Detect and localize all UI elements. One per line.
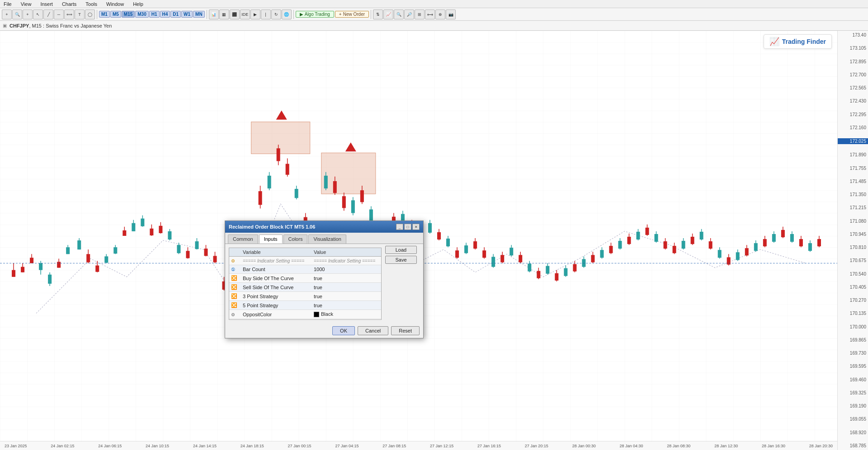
tf-mn[interactable]: MN: [193, 11, 205, 18]
tf-h1[interactable]: H1: [149, 11, 160, 18]
svg-rect-167: [745, 248, 749, 255]
tb-ohlc[interactable]: 📈: [383, 9, 393, 19]
tb-line[interactable]: ╱: [43, 9, 53, 19]
row-value[interactable]: Black: [310, 310, 381, 319]
menu-tools[interactable]: Tools: [84, 1, 99, 7]
tb-channel[interactable]: ⟺: [64, 9, 74, 19]
tf-w1[interactable]: W1: [181, 11, 193, 18]
tb-grid[interactable]: ⊞: [415, 9, 425, 19]
tb-scripts[interactable]: ▶: [250, 9, 260, 19]
dialog-footer: OK Cancel Reset: [225, 323, 423, 338]
tb-new-chart[interactable]: +: [2, 9, 12, 19]
tb-screenshot[interactable]: 📷: [446, 9, 456, 19]
table-row: 🔀Buy Side Of The Curvetrue: [229, 274, 381, 283]
algo-trading-button[interactable]: ▶ Algo Trading: [296, 11, 334, 18]
svg-rect-111: [491, 257, 495, 267]
row-value[interactable]: true: [310, 292, 381, 301]
tab-visualization[interactable]: Visualization: [308, 234, 346, 244]
row-value[interactable]: 1000: [310, 265, 381, 274]
tb-candlestick[interactable]: ▦: [219, 9, 229, 19]
tb-text[interactable]: T: [75, 9, 85, 19]
svg-rect-105: [464, 245, 468, 253]
tb-indicators[interactable]: IDE: [240, 9, 250, 19]
reset-button[interactable]: Reset: [391, 326, 420, 335]
tb-shapes[interactable]: ◯: [85, 9, 95, 19]
tb-autoscroll[interactable]: ⟷: [425, 9, 435, 19]
table-row: 🔀Sell Side Of The Curvetrue: [229, 283, 381, 292]
dialog-tabs: Common Inputs Colors Visualization: [225, 233, 423, 244]
svg-rect-77: [333, 181, 337, 193]
tb-chart-type[interactable]: 📊: [209, 9, 219, 19]
save-button[interactable]: Save: [385, 256, 417, 264]
tb-fix-scale[interactable]: ⊕: [435, 9, 445, 19]
svg-rect-13: [39, 263, 42, 270]
dialog-maximize-button[interactable]: □: [404, 224, 411, 230]
menu-view[interactable]: View: [19, 1, 33, 7]
load-button[interactable]: Load: [385, 246, 417, 254]
menu-window[interactable]: Window: [104, 1, 126, 7]
tf-m1[interactable]: M1: [99, 11, 110, 18]
row-value[interactable]: true: [310, 274, 381, 283]
time-6: 27 Jan 00:15: [288, 444, 311, 448]
cancel-button[interactable]: Cancel: [358, 326, 388, 335]
price-172-565: 172.565: [838, 85, 868, 90]
row-value[interactable]: true: [310, 301, 381, 310]
svg-rect-47: [195, 241, 198, 249]
time-14: 28 Jan 08:30: [667, 444, 690, 448]
color-swatch: [314, 312, 319, 317]
price-170-135: 170.135: [838, 311, 868, 316]
new-order-button[interactable]: + New Order: [335, 11, 369, 18]
dialog-title-bar: Reclaimed Order Block ICT MT5 1.06 _ □ ✕: [225, 221, 423, 233]
tab-inputs[interactable]: Inputs: [259, 234, 283, 244]
svg-rect-17: [57, 262, 61, 268]
svg-rect-79: [342, 196, 346, 208]
chart-icon: ▣: [3, 23, 7, 28]
tf-d1[interactable]: D1: [170, 11, 181, 18]
dialog-minimize-button[interactable]: _: [396, 224, 403, 230]
tb-zoom-chart[interactable]: 🔍: [394, 9, 404, 19]
svg-rect-169: [754, 243, 758, 251]
tf-logo-icon: 📈: [769, 37, 779, 47]
ok-button[interactable]: OK: [332, 326, 355, 335]
svg-rect-153: [682, 241, 685, 248]
row-icon-cell: 🔀: [229, 283, 239, 292]
svg-rect-181: [808, 243, 812, 251]
dialog-close-button[interactable]: ✕: [412, 224, 420, 230]
tb-crosshair[interactable]: +: [23, 9, 33, 19]
dialog-main-area: Variable Value ⚙===== Indicator Setting …: [225, 244, 423, 323]
menu-file[interactable]: File: [2, 1, 14, 7]
menu-help[interactable]: Help: [131, 1, 145, 7]
price-171-755: 171.755: [838, 166, 868, 171]
table-row: 🔀3 Point Strategytrue: [229, 292, 381, 301]
tb-zoom-in[interactable]: 🔍: [12, 9, 22, 19]
price-169-325: 169.325: [838, 390, 868, 395]
svg-rect-21: [77, 240, 81, 249]
tf-m30[interactable]: M30: [135, 11, 148, 18]
table-row: ①Bar Count1000: [229, 265, 381, 274]
svg-rect-35: [141, 219, 144, 226]
svg-rect-161: [718, 250, 722, 258]
svg-rect-9: [21, 267, 24, 272]
tab-colors[interactable]: Colors: [283, 234, 308, 244]
tf-m15[interactable]: M15: [122, 11, 135, 18]
tb-bar[interactable]: ⬛: [230, 9, 240, 19]
price-173-105: 173.105: [838, 46, 868, 51]
tf-m5[interactable]: M5: [110, 11, 121, 18]
tb-hline[interactable]: ─: [54, 9, 64, 19]
tb-market[interactable]: 🌐: [282, 9, 292, 19]
menu-charts[interactable]: Charts: [60, 1, 78, 7]
tb-period-sep[interactable]: |: [261, 9, 271, 19]
tb-refresh[interactable]: ↻: [271, 9, 281, 19]
svg-rect-115: [509, 248, 513, 255]
row-value[interactable]: true: [310, 283, 381, 292]
tb-zoom-out[interactable]: 🔎: [404, 9, 414, 19]
menu-insert[interactable]: Insert: [38, 1, 55, 7]
tb-depth[interactable]: ⇅: [373, 9, 383, 19]
tb-arrow[interactable]: ↖: [33, 9, 43, 19]
price-172-430: 172.430: [838, 98, 868, 103]
price-170-675: 170.675: [838, 258, 868, 263]
tab-common[interactable]: Common: [228, 234, 258, 244]
tf-h4[interactable]: H4: [160, 11, 170, 18]
dialog-side-area: Load Save: [385, 246, 421, 322]
row-variable: Sell Side Of The Curve: [239, 283, 310, 292]
